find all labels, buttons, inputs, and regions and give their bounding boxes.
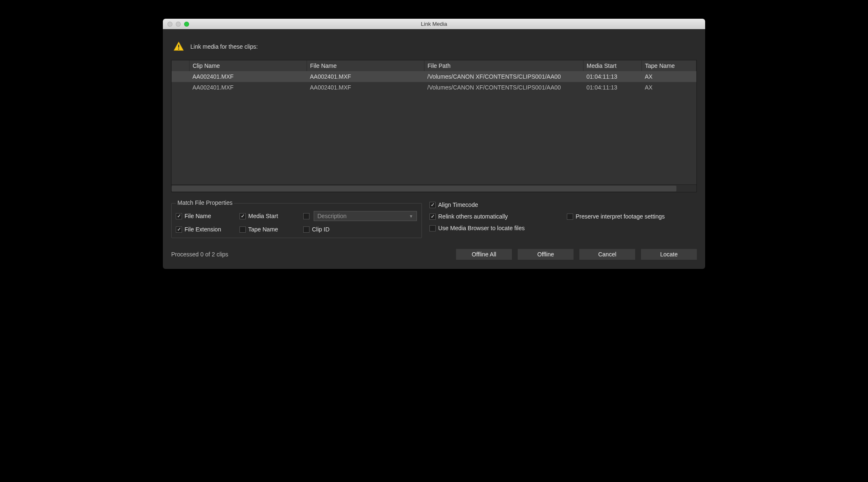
processed-status: Processed 0 of 2 clips [171,251,228,258]
locate-button[interactable]: Locate [641,249,697,260]
footer-row: Processed 0 of 2 clips Offline All Offli… [171,249,697,260]
warning-icon [173,41,185,52]
match-file-properties-panel: Match File Properties File Name Media St… [171,203,422,238]
col-filepath[interactable]: File Path [424,60,583,71]
checkbox-label: File Name [185,213,211,219]
prompt-text: Link media for these clips: [190,43,258,50]
cell-filepath: /Volumes/CANON XF/CONTENTS/CLIPS001/AA00 [424,82,583,93]
checkbox-relink-automatically[interactable]: Relink others automatically [429,213,542,220]
horizontal-scrollbar[interactable] [172,184,696,192]
link-media-dialog: Link Media Link media for these clips: [163,19,705,269]
cell-mediastart: 01:04:11:13 [583,71,641,82]
clip-table: Clip Name File Name File Path Media Star… [172,60,696,93]
dialog-content: Link media for these clips: Clip Name Fi… [163,29,705,269]
checkbox-preserve-interpret[interactable]: Preserve interpret footage settings [567,213,665,220]
description-dropdown[interactable]: Description ▼ [314,211,417,221]
svg-rect-1 [178,49,179,50]
dropdown-value: Description [317,213,347,219]
traffic-lights [163,22,189,27]
cell-mediastart: 01:04:11:13 [583,82,641,93]
table-row[interactable]: AA002401.MXF AA002401.MXF /Volumes/CANON… [172,82,696,93]
options-row: Match File Properties File Name Media St… [171,200,697,238]
offline-button[interactable]: Offline [518,249,574,260]
checkbox-label: Use Media Browser to locate files [438,225,525,231]
checkbox-label: Relink others automatically [438,213,508,220]
checkbox-tapename[interactable]: Tape Name [239,226,300,233]
checkbox-label: Clip ID [312,226,329,233]
checkbox-icon [429,225,436,231]
col-tapename[interactable]: Tape Name [641,60,696,71]
match-panel-title: Match File Properties [176,199,234,206]
cell-filename: AA002401.MXF [307,82,424,93]
window-title: Link Media [421,21,447,27]
relink-options: Align Timecode Relink others automatical… [429,200,697,238]
table-row[interactable]: AA002401.MXF AA002401.MXF /Volumes/CANON… [172,71,696,82]
scrollbar-thumb[interactable] [172,186,676,191]
chevron-down-icon: ▼ [409,214,413,219]
checkbox-filename[interactable]: File Name [176,213,236,219]
svg-rect-0 [178,45,179,47]
checkbox-icon [567,214,573,220]
checkbox-clipid[interactable]: Clip ID [303,226,417,233]
col-filename[interactable]: File Name [307,60,424,71]
checkbox-description-dropdown-row: Description ▼ [303,211,417,221]
checkbox-icon [239,213,246,219]
col-handle[interactable] [172,60,189,71]
checkbox-mediastart[interactable]: Media Start [239,213,300,219]
cell-filepath: /Volumes/CANON XF/CONTENTS/CLIPS001/AA00 [424,71,583,82]
button-row: Offline All Offline Cancel Locate [456,249,697,260]
cell-clipname: AA002401.MXF [189,82,307,93]
zoom-window-button[interactable] [184,22,189,27]
checkbox-icon [176,226,182,233]
cell-clipname: AA002401.MXF [189,71,307,82]
titlebar: Link Media [163,19,705,29]
checkbox-icon[interactable] [303,213,309,219]
header-row: Link media for these clips: [171,37,697,60]
minimize-window-button[interactable] [176,22,181,27]
checkbox-align-timecode[interactable]: Align Timecode [429,201,478,208]
checkbox-fileextension[interactable]: File Extension [176,226,236,233]
cell-filename: AA002401.MXF [307,71,424,82]
checkbox-icon [176,213,182,219]
close-window-button[interactable] [167,22,172,27]
checkbox-icon [303,226,309,233]
table-header-row: Clip Name File Name File Path Media Star… [172,60,696,71]
col-mediastart[interactable]: Media Start [583,60,641,71]
clip-table-container: Clip Name File Name File Path Media Star… [171,60,697,192]
checkbox-icon [429,202,436,208]
checkbox-label: Preserve interpret footage settings [576,213,665,220]
checkbox-label: File Extension [185,226,221,233]
checkbox-label: Tape Name [248,226,278,233]
checkbox-icon [429,214,436,220]
checkbox-label: Align Timecode [438,201,478,208]
col-clipname[interactable]: Clip Name [189,60,307,71]
checkbox-use-media-browser[interactable]: Use Media Browser to locate files [429,225,525,231]
checkbox-icon [239,226,246,233]
cell-tapename: AX [641,71,696,82]
offline-all-button[interactable]: Offline All [456,249,512,260]
checkbox-label: Media Start [248,213,278,219]
cancel-button[interactable]: Cancel [579,249,635,260]
cell-tapename: AX [641,82,696,93]
